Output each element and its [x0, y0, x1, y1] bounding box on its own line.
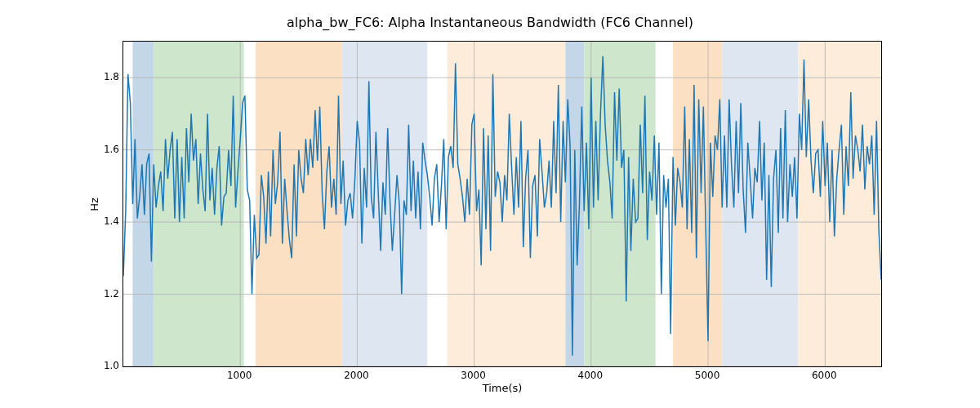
y-tick-label: 1.2: [96, 288, 119, 299]
x-axis-label: Time(s): [122, 382, 882, 394]
plot-area: [122, 41, 882, 367]
y-axis-label: Hz: [86, 41, 102, 367]
background-band: [448, 42, 566, 366]
y-tick-label: 1.0: [96, 360, 119, 371]
background-band: [565, 42, 584, 366]
x-tick-label: 4000: [578, 370, 604, 381]
x-tick-label: 3000: [461, 370, 486, 381]
figure: alpha_bw_FC6: Alpha Instantaneous Bandwi…: [0, 0, 980, 408]
plot-svg: [123, 42, 881, 366]
background-band: [256, 42, 342, 366]
background-band: [798, 42, 881, 366]
x-tick-label: 1000: [227, 370, 252, 381]
y-tick-label: 1.6: [96, 144, 119, 155]
x-tick-label: 6000: [812, 370, 837, 381]
chart-title: alpha_bw_FC6: Alpha Instantaneous Bandwi…: [0, 15, 980, 30]
y-tick-label: 1.8: [96, 71, 119, 82]
x-tick-label: 2000: [344, 370, 369, 381]
x-tick-label: 5000: [695, 370, 720, 381]
y-tick-label: 1.4: [96, 215, 119, 227]
